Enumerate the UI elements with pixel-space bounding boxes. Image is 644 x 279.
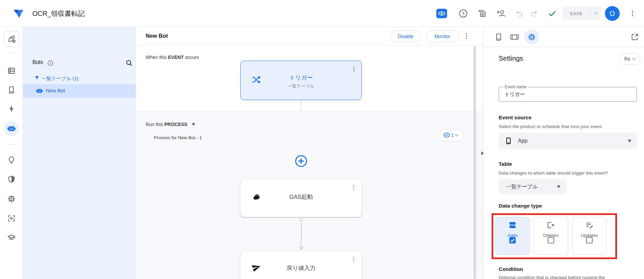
publish-check-icon xyxy=(548,9,557,18)
canvas-header: New Bot Disable Monitor xyxy=(136,27,483,45)
process-section: Run this PROCESS Process for New Bot - 1… xyxy=(136,111,483,279)
disable-button[interactable]: Disable xyxy=(390,30,421,42)
step-node-menu[interactable] xyxy=(351,184,357,190)
link-off-icon xyxy=(624,56,631,62)
settings-title: Settings xyxy=(499,55,523,62)
step-node-return[interactable]: 戻り値入力 xyxy=(240,251,362,279)
preview-eye-button[interactable] xyxy=(436,7,448,20)
bot-group-row[interactable]: 一覧テーブル (1) xyxy=(35,75,79,82)
add-user-button[interactable] xyxy=(495,7,507,20)
sidebar-item-data[interactable] xyxy=(7,67,16,75)
event-source-value: App xyxy=(518,138,527,144)
caret-down-icon xyxy=(557,185,561,188)
annotation-red-box xyxy=(492,213,617,259)
disable-label: Disable xyxy=(398,34,414,39)
unlink-pill[interactable] xyxy=(619,53,640,65)
verify-button[interactable] xyxy=(546,7,558,20)
sidebar-item-manage[interactable] xyxy=(7,214,16,222)
overflow-menu-icon xyxy=(351,256,356,263)
info-icon[interactable] xyxy=(48,60,53,66)
event-source-dropdown[interactable]: App xyxy=(499,133,637,149)
actions-bolt-icon xyxy=(7,105,16,113)
monitor-label: Monitor xyxy=(435,34,450,39)
overflow-menu-icon xyxy=(464,33,469,39)
step-node-gas[interactable]: GAS起動 xyxy=(240,180,362,217)
tab-phone-preview[interactable] xyxy=(495,33,503,41)
linked-count-pill[interactable]: 1 xyxy=(438,129,464,141)
table-dropdown[interactable]: 一覧テーブル xyxy=(499,179,566,194)
process-section-label[interactable]: Run this PROCESS xyxy=(146,122,196,127)
sidebar-item-settings[interactable] xyxy=(7,195,16,203)
trigger-node-menu[interactable] xyxy=(351,66,357,72)
app-phone-icon xyxy=(7,86,16,94)
search-icon xyxy=(125,59,133,67)
settings-panel: Settings Event name トリガー Event source Se… xyxy=(483,27,644,279)
event-name-field[interactable]: Event name トリガー xyxy=(499,87,637,102)
canvas-bot-title: New Bot xyxy=(146,33,168,39)
save-caret[interactable] xyxy=(590,12,601,15)
copy-app-button[interactable] xyxy=(476,7,488,20)
data-table-icon xyxy=(7,67,16,75)
avatar[interactable]: O xyxy=(605,6,620,21)
intelligence-bulb-icon xyxy=(7,156,16,164)
overflow-menu-icon xyxy=(351,184,356,191)
event-name-floating-label: Event name xyxy=(503,85,528,89)
tab-tablet-preview[interactable] xyxy=(510,33,519,41)
chevron-down-icon xyxy=(632,58,636,60)
expand-panel-handle[interactable] xyxy=(481,151,484,156)
trigger-node[interactable]: トリガー 一覧テーブル xyxy=(240,61,362,100)
open-external-button[interactable] xyxy=(631,33,639,41)
sidebar-item-security[interactable] xyxy=(7,175,16,183)
header-overflow-menu[interactable] xyxy=(626,7,639,20)
copy-app-icon xyxy=(478,9,487,18)
save-button[interactable]: SAVE xyxy=(562,7,601,20)
sidebar-item-app[interactable] xyxy=(7,86,16,94)
condition-label: Condition xyxy=(499,266,523,272)
left-nav-rail xyxy=(0,27,23,279)
redo-button[interactable] xyxy=(528,7,540,20)
automation-robot-icon xyxy=(7,124,16,133)
learn-graduation-icon xyxy=(7,234,16,242)
chevron-down-icon xyxy=(35,76,39,79)
rail-divider xyxy=(8,53,15,54)
step-node-menu[interactable] xyxy=(351,256,357,262)
redo-icon xyxy=(530,9,538,18)
canvas-scrollbar[interactable] xyxy=(473,46,476,279)
sidebar-item-actions[interactable] xyxy=(7,105,16,113)
svg-text:?: ? xyxy=(462,11,465,16)
appsheet-logo-icon[interactable] xyxy=(13,8,24,19)
bots-title-text: Bots xyxy=(32,59,43,65)
event-section-label: When this EVENT occurs xyxy=(146,55,199,60)
sidebar-item-learn[interactable] xyxy=(7,234,16,242)
canvas-menu-button[interactable] xyxy=(464,33,469,39)
data-change-type-label: Data change type xyxy=(499,203,542,209)
tablet-preview-icon xyxy=(510,33,519,41)
table-value: 一覧テーブル xyxy=(506,183,538,190)
overflow-menu-icon xyxy=(630,10,636,17)
undo-button[interactable] xyxy=(513,7,525,20)
chevron-down-icon xyxy=(455,134,459,136)
when-bold: EVENT xyxy=(168,55,184,60)
bot-list-item-selected[interactable]: New Bot xyxy=(23,84,136,98)
tab-settings-active[interactable] xyxy=(524,30,539,44)
sidebar-item-unpublished[interactable] xyxy=(4,31,19,46)
table-helper: Data changes to which table should trigg… xyxy=(499,170,608,176)
open-external-icon xyxy=(631,33,639,41)
sidebar-item-automation[interactable] xyxy=(4,121,19,136)
bots-search-button[interactable] xyxy=(125,59,133,67)
sidebar-item-intelligence[interactable] xyxy=(7,156,16,164)
trigger-node-title: トリガー xyxy=(241,74,361,82)
link-icon xyxy=(443,132,450,138)
monitor-button[interactable]: Monitor xyxy=(426,30,459,42)
settings-gear-icon xyxy=(528,33,536,41)
add-step-button[interactable] xyxy=(295,155,308,167)
event-source-label: Event source xyxy=(499,115,531,121)
phone-preview-icon xyxy=(495,33,503,41)
rail-divider xyxy=(8,144,15,145)
help-button[interactable]: ? xyxy=(457,7,469,20)
plus-circle-icon xyxy=(295,155,308,167)
connector-stub xyxy=(301,100,301,111)
phone-icon xyxy=(505,137,512,145)
connector-port[interactable] xyxy=(299,218,303,221)
preview-eye-icon xyxy=(436,8,447,19)
